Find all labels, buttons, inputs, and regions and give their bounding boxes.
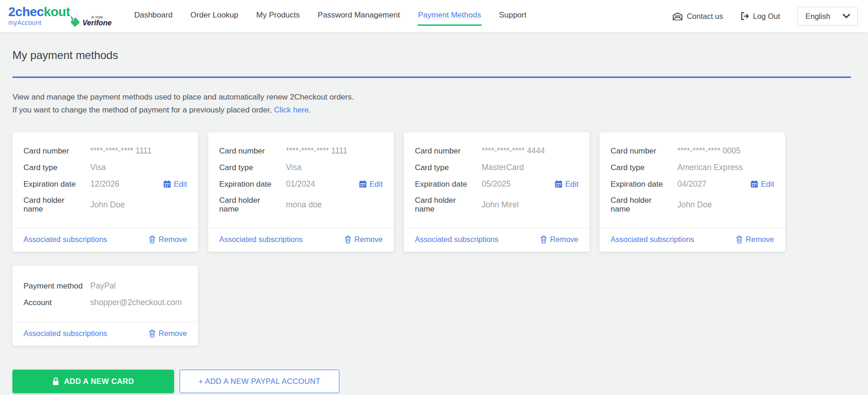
add-new-card-label: ADD A NEW CARD: [64, 377, 134, 386]
card-holder-label: Card holder name: [219, 196, 275, 213]
trash-icon: [149, 330, 156, 337]
description-line-1: View and manage the payment methods used…: [12, 91, 856, 104]
nav-item-password-management[interactable]: Password Management: [317, 7, 401, 26]
account-label: Account: [23, 298, 88, 307]
card-type-label: Card type: [611, 163, 667, 172]
logo-text: 2checkout myAccount: [8, 6, 70, 26]
card-holder-value: John Doe: [90, 200, 125, 210]
remove-button[interactable]: Remove: [736, 235, 774, 244]
nav-item-support[interactable]: Support: [499, 7, 527, 26]
payment-card-4: Card number****-****-**** 0005 Card type…: [600, 132, 785, 252]
payment-card-2: Card number****-****-**** 1111 Card type…: [208, 132, 394, 252]
remove-label: Remove: [159, 329, 187, 338]
nav-item-my-products[interactable]: My Products: [256, 7, 300, 26]
card-type-label: Card type: [415, 163, 471, 172]
card-number-value: ****-****-**** 1111: [286, 146, 347, 156]
trash-icon: [149, 236, 156, 243]
remove-button[interactable]: Remove: [149, 235, 187, 244]
card-number-value: ****-****-**** 1111: [90, 146, 151, 156]
card-number-value: ****-****-**** 0005: [677, 146, 740, 156]
card-type-label: Card type: [23, 163, 80, 172]
description-line-2: If you want to change the method of paym…: [12, 104, 856, 117]
card-type-label: Card type: [219, 163, 275, 172]
remove-button[interactable]: Remove: [149, 329, 187, 338]
card-number-label: Card number: [219, 147, 275, 155]
card-holder-value: mona doe: [286, 200, 322, 210]
card-holder-value: John Doe: [677, 200, 712, 210]
associated-subscriptions-link[interactable]: Associated subscriptions: [23, 235, 107, 244]
expiration-date-label: Expiration date: [415, 180, 471, 189]
remove-label: Remove: [159, 235, 187, 244]
nav-item-order-lookup[interactable]: Order Lookup: [190, 7, 239, 26]
card-holder-label: Card holder name: [415, 196, 471, 213]
logo-wordmark: 2checkout: [8, 6, 70, 18]
edit-button[interactable]: Edit: [359, 180, 383, 189]
edit-label: Edit: [370, 180, 383, 189]
verifone-badge: is now Verifone: [82, 15, 111, 27]
calendar-icon: [751, 180, 758, 188]
calendar-icon: [359, 180, 367, 188]
edit-button[interactable]: Edit: [555, 180, 578, 189]
add-new-card-button[interactable]: ADD A NEW CARD: [12, 370, 174, 393]
card-number-value: ****-****-**** 4444: [482, 146, 545, 156]
remove-button[interactable]: Remove: [540, 235, 578, 244]
language-select[interactable]: English: [798, 7, 858, 26]
top-header: 2checkout myAccount is now Verifone Dash…: [0, 0, 868, 32]
remove-label: Remove: [355, 235, 383, 244]
expiration-date-label: Expiration date: [611, 180, 667, 189]
card-type-value: Visa: [90, 163, 106, 172]
remove-label: Remove: [746, 235, 774, 244]
logo-subtitle: myAccount: [8, 19, 70, 26]
expiration-date-label: Expiration date: [219, 180, 275, 189]
expiration-date-value: 12/2026: [90, 179, 119, 189]
expiration-date-label: Expiration date: [23, 180, 80, 189]
page-title: My payment methods: [12, 32, 856, 62]
card-type-value: Visa: [286, 163, 302, 172]
cards-row-1: Card number****-****-**** 1111 Card type…: [12, 132, 856, 252]
add-new-paypal-label: + ADD A NEW PAYPAL ACCOUNT: [198, 377, 320, 386]
title-divider: [12, 77, 851, 78]
payment-card-3: Card number****-****-**** 4444 Card type…: [404, 132, 589, 252]
account-value: shopper@2checkout.com: [90, 298, 182, 307]
trash-icon: [736, 236, 743, 243]
associated-subscriptions-link[interactable]: Associated subscriptions: [219, 235, 303, 244]
card-type-value: American Express: [677, 163, 743, 172]
card-number-label: Card number: [23, 147, 80, 155]
contact-us-button[interactable]: Contact us: [673, 12, 723, 21]
price-tag-icon: [68, 14, 82, 27]
language-value: English: [805, 12, 830, 21]
edit-label: Edit: [565, 180, 578, 189]
main-content: My payment methods View and manage the p…: [0, 32, 868, 393]
calendar-icon: [163, 180, 171, 188]
logout-icon: [740, 12, 749, 20]
logout-button[interactable]: Log Out: [740, 12, 780, 21]
trash-icon: [540, 236, 547, 243]
mail-icon: [673, 12, 682, 20]
remove-button[interactable]: Remove: [344, 235, 383, 244]
main-nav: Dashboard Order Lookup My Products Passw…: [134, 7, 527, 26]
card-holder-label: Card holder name: [23, 196, 80, 213]
expiration-date-value: 01/2024: [286, 179, 315, 189]
associated-subscriptions-link[interactable]: Associated subscriptions: [23, 329, 107, 338]
contact-us-label: Contact us: [687, 12, 723, 21]
card-holder-value: John Mirel: [482, 200, 519, 210]
logo-tag-group: is now Verifone: [69, 12, 111, 27]
logo[interactable]: 2checkout myAccount is now Verifone: [8, 6, 111, 27]
bottom-actions: ADD A NEW CARD + ADD A NEW PAYPAL ACCOUN…: [12, 370, 856, 393]
payment-method-value: PayPal: [90, 281, 116, 291]
associated-subscriptions-link[interactable]: Associated subscriptions: [611, 235, 694, 244]
cards-row-2: Payment methodPayPal Accountshopper@2che…: [12, 265, 856, 346]
edit-label: Edit: [174, 180, 187, 189]
edit-button[interactable]: Edit: [751, 180, 774, 189]
edit-button[interactable]: Edit: [163, 180, 187, 189]
lock-icon: [52, 377, 59, 385]
add-new-paypal-button[interactable]: + ADD A NEW PAYPAL ACCOUNT: [180, 370, 339, 393]
nav-item-payment-methods[interactable]: Payment Methods: [418, 7, 482, 26]
remove-label: Remove: [550, 235, 578, 244]
associated-subscriptions-link[interactable]: Associated subscriptions: [415, 235, 499, 244]
click-here-link[interactable]: Click here: [274, 106, 309, 114]
nav-item-dashboard[interactable]: Dashboard: [134, 7, 173, 26]
payment-method-label: Payment method: [23, 282, 88, 290]
paypal-card: Payment methodPayPal Accountshopper@2che…: [12, 265, 198, 346]
page-description: View and manage the payment methods used…: [12, 91, 856, 117]
